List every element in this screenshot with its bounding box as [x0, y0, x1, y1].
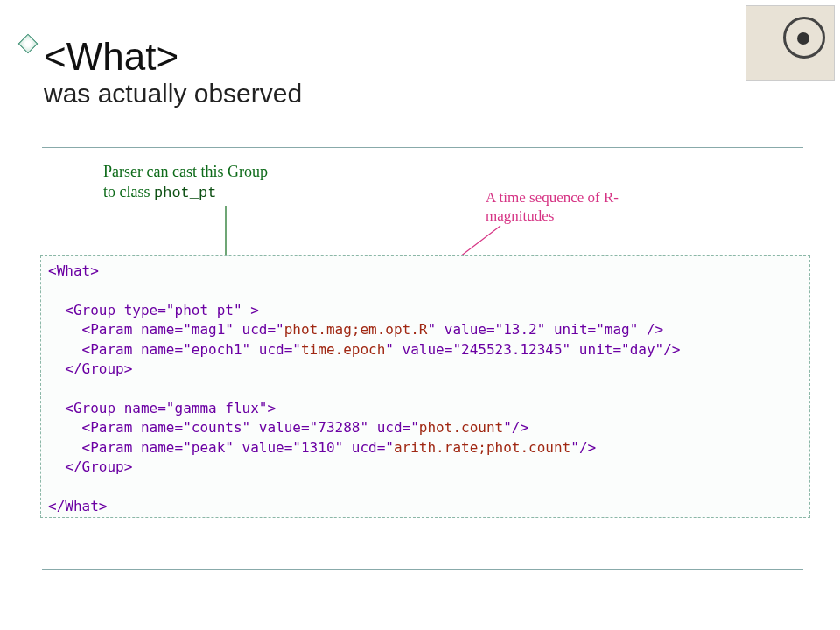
corner-illustration [746, 5, 835, 80]
title-line1: <What> [44, 35, 302, 79]
callout-line: magnitudes [486, 206, 619, 225]
code-block: <What> <Group type="phot_pt" > <Param na… [40, 256, 810, 518]
callout-parser-cast: Parser can cast this Group to class phot… [103, 162, 268, 202]
callout-line: Parser can cast this Group [103, 162, 268, 182]
rule-top [42, 147, 803, 148]
title-line2: was actually observed [44, 79, 302, 108]
callout-time-sequence: A time sequence of R- magnitudes [486, 188, 619, 226]
callout-line: to class phot_pt [103, 182, 268, 202]
slide-title: <What> was actually observed [44, 35, 302, 108]
bullet-ornament [18, 34, 38, 54]
callout-line: A time sequence of R- [486, 188, 619, 206]
rule-bottom [42, 569, 803, 570]
code-content: <What> <Group type="phot_pt" > <Param na… [48, 262, 802, 516]
